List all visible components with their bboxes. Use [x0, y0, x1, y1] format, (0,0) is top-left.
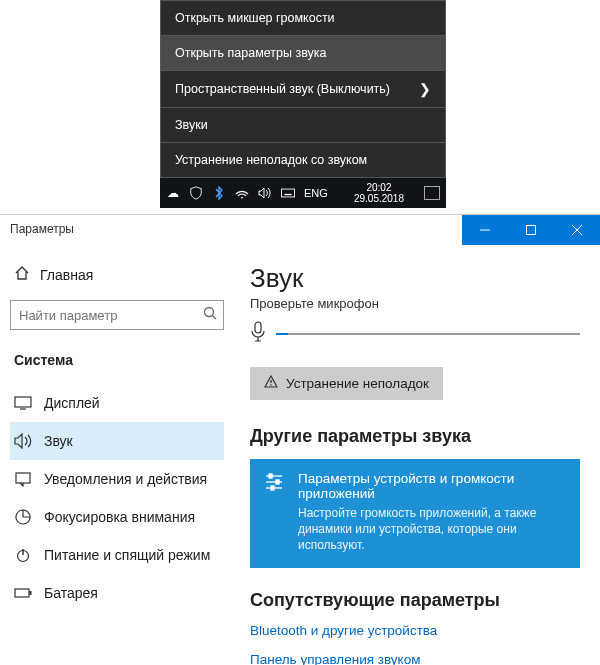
other-sound-heading: Другие параметры звука: [250, 426, 580, 447]
sliders-icon: [264, 471, 286, 554]
svg-rect-10: [16, 473, 30, 483]
troubleshoot-button[interactable]: Устранение неполадок: [250, 367, 443, 400]
svg-line-7: [213, 316, 217, 320]
onedrive-icon[interactable]: ☁: [166, 186, 180, 200]
nav-display[interactable]: Дисплей: [10, 384, 224, 422]
nav-focus[interactable]: Фокусировка внимания: [10, 498, 224, 536]
keyboard-icon[interactable]: [281, 186, 295, 200]
menu-item-open-mixer[interactable]: Открыть микшер громкости: [161, 1, 445, 35]
sidebar: Главная Система Дисплей Звук: [0, 245, 234, 665]
category-label: Система: [10, 348, 224, 372]
taskbar: ☁ ENG 20:02 29.05: [160, 178, 446, 208]
bluetooth-icon[interactable]: [212, 186, 226, 200]
svg-rect-19: [269, 474, 272, 478]
svg-rect-1: [285, 194, 292, 195]
svg-rect-13: [15, 589, 29, 597]
content: Звук Проверьте микрофон Устранение непол…: [234, 245, 600, 665]
svg-rect-0: [281, 189, 294, 197]
home-icon: [14, 265, 30, 284]
taskbar-context-menu: Открыть микшер громкости Открыть парамет…: [160, 0, 446, 178]
svg-point-6: [205, 308, 214, 317]
battery-icon: [14, 584, 32, 602]
mic-level-slider[interactable]: [276, 333, 580, 335]
svg-rect-8: [15, 397, 31, 407]
titlebar: Параметры: [0, 215, 600, 245]
action-center-icon[interactable]: [424, 186, 440, 200]
app-volume-tile[interactable]: Параметры устройств и громкости приложен…: [250, 459, 580, 568]
nav-notifications[interactable]: Уведомления и действия: [10, 460, 224, 498]
search-input[interactable]: [19, 308, 203, 323]
link-sound-panel[interactable]: Панель управления звуком: [250, 652, 580, 665]
svg-rect-23: [271, 486, 274, 490]
search-box[interactable]: [10, 300, 224, 330]
microphone-icon: [250, 321, 266, 347]
nav-power[interactable]: Питание и спящий режим: [10, 536, 224, 574]
svg-rect-14: [30, 591, 32, 595]
svg-rect-21: [276, 480, 279, 484]
close-button[interactable]: [554, 215, 600, 245]
nav-sound[interactable]: Звук: [10, 422, 224, 460]
minimize-button[interactable]: [462, 215, 508, 245]
window-title: Параметры: [0, 215, 84, 245]
warning-icon: [264, 375, 278, 392]
menu-item-troubleshoot-sound[interactable]: Устранение неполадок со звуком: [161, 143, 445, 177]
volume-icon[interactable]: [258, 186, 272, 200]
svg-rect-15: [255, 322, 261, 333]
menu-item-sounds[interactable]: Звуки: [161, 108, 445, 142]
tile-description: Настройте громкость приложений, а также …: [298, 505, 566, 554]
maximize-button[interactable]: [508, 215, 554, 245]
network-icon[interactable]: [235, 186, 249, 200]
nav-battery[interactable]: Батарея: [10, 574, 224, 612]
taskbar-language[interactable]: ENG: [304, 187, 328, 199]
link-bluetooth[interactable]: Bluetooth и другие устройства: [250, 623, 580, 638]
svg-point-17: [270, 384, 272, 386]
menu-item-open-sound-settings[interactable]: Открыть параметры звука: [161, 36, 445, 70]
notify-icon: [14, 470, 32, 488]
search-icon: [203, 306, 217, 324]
mic-label: Проверьте микрофон: [250, 296, 580, 311]
defender-icon[interactable]: [189, 186, 203, 200]
page-heading: Звук: [250, 263, 580, 294]
svg-rect-3: [527, 226, 536, 235]
focus-icon: [14, 508, 32, 526]
tile-title: Параметры устройств и громкости приложен…: [298, 471, 566, 501]
settings-window: Параметры Главная: [0, 214, 600, 665]
menu-item-spatial-sound[interactable]: Пространственный звук (Выключить) ❯: [161, 71, 445, 107]
display-icon: [14, 394, 32, 412]
taskbar-clock[interactable]: 20:02 29.05.2018: [354, 182, 408, 204]
chevron-right-icon: ❯: [419, 81, 431, 97]
sound-icon: [14, 432, 32, 450]
power-icon: [14, 546, 32, 564]
home-link[interactable]: Главная: [10, 259, 224, 290]
related-heading: Сопутствующие параметры: [250, 590, 580, 611]
